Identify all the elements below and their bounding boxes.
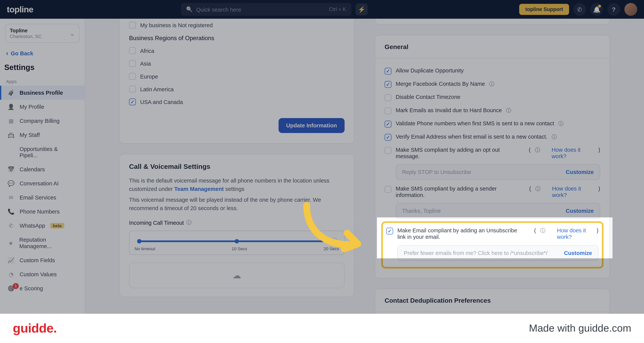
- unsub-placeholder: Prefer fewer emails from me? Click here …: [404, 250, 548, 256]
- overlay-dim: [0, 258, 644, 314]
- checkbox-email-unsub[interactable]: [386, 228, 393, 234]
- made-with-label: Made with guidde.com: [529, 322, 631, 334]
- customize-link-3[interactable]: Customize: [564, 250, 592, 256]
- how-link-3[interactable]: How does it work?: [557, 227, 592, 240]
- overlay-dim: [0, 0, 644, 217]
- info-icon[interactable]: [540, 227, 546, 234]
- annotation-arrow: [294, 197, 371, 257]
- guidde-footer: guidde. Made with guidde.com: [0, 314, 644, 342]
- guidde-logo: guidde.: [13, 321, 56, 335]
- overlay-dim: [612, 217, 644, 258]
- opt-email-unsub: Make Email compliant by adding an Unsubs…: [398, 227, 526, 240]
